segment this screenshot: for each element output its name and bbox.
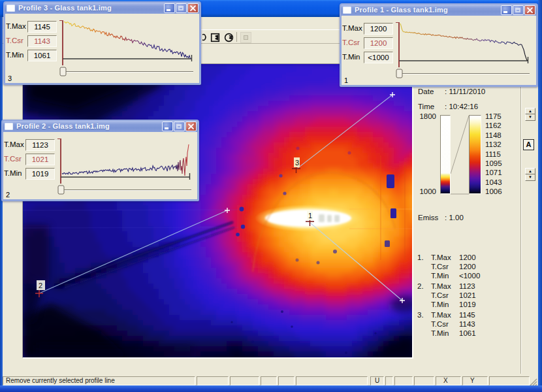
svg-text:2: 2 xyxy=(39,282,42,289)
svg-text:1: 1 xyxy=(308,212,312,220)
svg-text:3: 3 xyxy=(295,159,299,167)
